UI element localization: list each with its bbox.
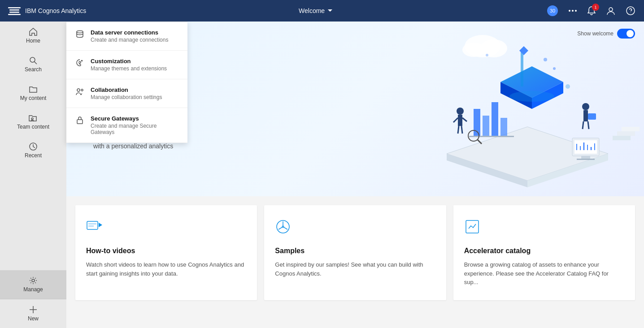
svg-point-65	[553, 67, 556, 70]
sidebar-bottom: Manage New	[0, 270, 66, 328]
card-accelerator-catalog-title: Accelerator catalog	[464, 247, 624, 255]
dropdown-secure-gateways-text: Secure Gateways Create and manage Secure…	[91, 115, 178, 135]
svg-marker-71	[99, 223, 102, 227]
svg-line-47	[583, 121, 583, 129]
manage-dropdown-menu: Data server connections Create and manag…	[66, 22, 187, 143]
sidebar-item-home[interactable]: Home	[0, 22, 66, 50]
dropdown-item-collaboration[interactable]: Collaboration Manage collaboration setti…	[66, 79, 187, 108]
sidebar-item-team-content[interactable]: Team content	[0, 108, 66, 136]
svg-rect-2	[9, 12, 19, 13]
svg-rect-30	[500, 118, 507, 136]
svg-rect-57	[581, 156, 590, 159]
sidebar-label-new: New	[28, 315, 39, 322]
svg-rect-3	[8, 14, 21, 15]
svg-point-35	[509, 91, 554, 102]
user-icon	[606, 6, 615, 15]
chart-icon	[275, 219, 435, 238]
svg-rect-62	[521, 51, 523, 86]
cards-section: How-to videos Watch short videos to lear…	[66, 196, 644, 309]
card-samples[interactable]: Samples Get inspired by our samples! See…	[264, 205, 446, 300]
svg-rect-0	[8, 7, 21, 9]
notifications-button[interactable]: 1	[586, 4, 597, 17]
user-profile-button[interactable]	[605, 4, 617, 17]
svg-line-40	[458, 126, 459, 134]
svg-rect-29	[492, 102, 498, 136]
svg-rect-59	[613, 136, 631, 140]
hero-subtitle: with a personalized analytics	[93, 142, 182, 150]
svg-rect-60	[617, 131, 635, 136]
dropdown-data-server-text: Data server connections Create and manag…	[91, 29, 168, 43]
dropdown-item-secure-gateways[interactable]: Secure Gateways Create and manage Secure…	[66, 108, 187, 143]
home-icon	[29, 28, 37, 36]
svg-point-6	[575, 10, 577, 12]
sidebar-item-new[interactable]: New	[0, 299, 66, 328]
card-accelerator-catalog-desc: Browse a growing catalog of assets to en…	[464, 260, 624, 287]
search-icon	[29, 56, 37, 65]
folder-shared-icon	[29, 114, 38, 122]
card-samples-title: Samples	[275, 247, 435, 255]
svg-point-23	[462, 43, 485, 57]
sidebar-item-recent[interactable]: Recent	[0, 136, 66, 165]
help-icon	[626, 6, 635, 15]
card-accelerator-catalog[interactable]: Accelerator catalog Browse a growing cat…	[453, 205, 635, 300]
card-how-to-videos-desc: Watch short videos to learn how to use C…	[86, 260, 246, 278]
dropdown-data-server-subtitle: Create and manage connections	[91, 37, 168, 43]
svg-point-8	[627, 7, 635, 15]
svg-point-16	[77, 31, 83, 33]
svg-point-36	[457, 108, 464, 115]
dropdown-customization-text: Customization Manage themes and extensio…	[91, 58, 167, 72]
svg-line-10	[35, 62, 37, 65]
welcome-label: Welcome	[299, 7, 325, 14]
svg-rect-70	[88, 225, 94, 227]
svg-line-48	[588, 121, 589, 129]
svg-rect-31	[469, 136, 514, 137]
sidebar-item-search[interactable]: Search	[0, 50, 66, 79]
top-nav-actions: 30 1	[545, 4, 637, 18]
clock-icon	[29, 142, 37, 151]
help-button[interactable]	[624, 4, 637, 17]
svg-rect-37	[458, 115, 462, 126]
svg-point-67	[566, 84, 570, 89]
svg-rect-1	[9, 9, 19, 11]
svg-point-17	[82, 60, 83, 61]
hero-illustration	[326, 22, 644, 196]
count-badge: 30	[547, 5, 558, 16]
dropdown-item-data-server[interactable]: Data server connections Create and manag…	[66, 22, 187, 51]
dropdown-collaboration-title: Collaboration	[91, 86, 162, 93]
svg-rect-46	[588, 113, 596, 120]
notification-badge: 1	[592, 4, 599, 11]
count-badge-button[interactable]: 30	[545, 4, 560, 18]
top-navigation: IBM Cognos Analytics Welcome 30 1	[0, 0, 644, 22]
svg-point-13	[32, 279, 35, 282]
plus-icon	[29, 306, 37, 314]
sidebar-label-search: Search	[25, 66, 42, 73]
customization-icon	[75, 59, 84, 69]
svg-rect-50	[574, 140, 597, 154]
card-how-to-videos[interactable]: How-to videos Watch short videos to lear…	[75, 205, 257, 300]
manage-icon	[29, 276, 37, 285]
svg-point-18	[77, 89, 80, 91]
sidebar-label-team-content: Team content	[17, 124, 49, 130]
database-icon	[75, 30, 84, 40]
dropdown-secure-gateways-title: Secure Gateways	[91, 115, 178, 122]
svg-rect-28	[483, 116, 489, 136]
more-options-button[interactable]	[567, 8, 579, 13]
welcome-dropdown[interactable]: Welcome	[86, 7, 545, 14]
svg-point-4	[569, 10, 570, 12]
chevron-down-icon	[327, 9, 333, 13]
card-samples-desc: Get inspired by our samples! See what yo…	[275, 260, 435, 278]
video-icon	[86, 219, 246, 238]
sidebar-item-my-content[interactable]: My content	[0, 79, 66, 108]
svg-line-38	[453, 118, 458, 122]
svg-point-11	[31, 118, 33, 120]
dropdown-data-server-title: Data server connections	[91, 29, 168, 36]
sidebar-item-manage[interactable]: Manage	[0, 270, 66, 299]
sidebar-label-home: Home	[26, 38, 40, 44]
dropdown-item-customization[interactable]: Customization Manage themes and extensio…	[66, 51, 187, 79]
folder-icon	[29, 85, 37, 93]
app-logo[interactable]: IBM Cognos Analytics	[7, 4, 86, 18]
svg-point-7	[609, 8, 613, 11]
svg-rect-61	[622, 127, 640, 131]
svg-line-39	[462, 118, 467, 121]
dropdown-secure-gateways-subtitle: Create and manage Secure Gateways	[91, 123, 178, 135]
